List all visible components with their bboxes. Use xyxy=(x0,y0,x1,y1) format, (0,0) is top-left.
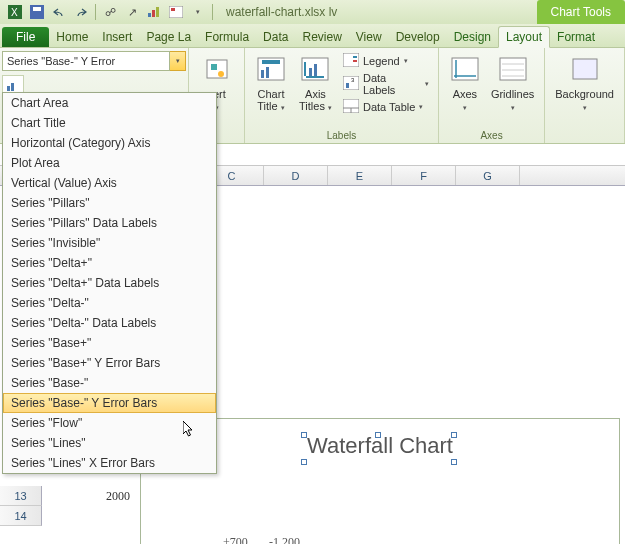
dropdown-item[interactable]: Series "Delta-" xyxy=(3,293,216,313)
dropdown-item[interactable]: Series "Base-" xyxy=(3,373,216,393)
data-labels-button[interactable]: 3Data Labels ▾ xyxy=(340,71,432,97)
window-title: waterfall-chart.xlsx lv xyxy=(226,5,337,19)
qat-cursor-icon[interactable]: ☍ xyxy=(101,3,119,21)
qat-more-icon[interactable]: ▾ xyxy=(189,3,207,21)
svg-rect-9 xyxy=(7,86,10,91)
quick-access-toolbar: X ☍ ↗ ▾ waterfall-chart.xlsx lv Chart To… xyxy=(0,0,625,24)
svg-point-13 xyxy=(218,71,224,77)
svg-rect-3 xyxy=(33,7,41,11)
row-header[interactable]: 13 xyxy=(0,486,42,506)
tab-format[interactable]: Format xyxy=(550,27,602,47)
dropdown-item[interactable]: Horizontal (Category) Axis xyxy=(3,133,216,153)
col-header[interactable]: F xyxy=(392,166,456,185)
dropdown-item[interactable]: Series "Pillars" Data Labels xyxy=(3,213,216,233)
tab-insert[interactable]: Insert xyxy=(95,27,139,47)
svg-rect-15 xyxy=(262,60,280,64)
chart-element-dropdown[interactable]: Chart AreaChart TitleHorizontal (Categor… xyxy=(2,92,217,474)
svg-rect-19 xyxy=(304,62,306,76)
qat-arrow-icon[interactable]: ↗ xyxy=(123,3,141,21)
svg-rect-12 xyxy=(211,64,217,70)
dropdown-item[interactable]: Series "Delta+" xyxy=(3,253,216,273)
tab-review[interactable]: Review xyxy=(295,27,348,47)
dropdown-item[interactable]: Chart Area xyxy=(3,93,216,113)
row-headers: 13 14 xyxy=(0,486,42,526)
svg-rect-6 xyxy=(156,7,159,17)
chart-title-button[interactable]: Chart Title ▾ xyxy=(251,52,291,116)
cell-value[interactable]: 2000 xyxy=(80,489,130,504)
dropdown-item[interactable]: Vertical (Value) Axis xyxy=(3,173,216,193)
tab-layout[interactable]: Layout xyxy=(498,26,550,48)
svg-rect-17 xyxy=(266,67,269,78)
svg-rect-27 xyxy=(346,83,349,88)
tab-page-layout[interactable]: Page La xyxy=(139,27,198,47)
qat-chart-icon[interactable] xyxy=(145,3,163,21)
labels-group-label: Labels xyxy=(251,130,432,141)
dropdown-item[interactable]: Series "Delta-" Data Labels xyxy=(3,313,216,333)
svg-rect-20 xyxy=(306,76,324,78)
tab-file[interactable]: File xyxy=(2,27,49,47)
svg-rect-22 xyxy=(314,64,317,76)
svg-rect-16 xyxy=(261,70,264,78)
dropdown-item[interactable]: Series "Invisible" xyxy=(3,233,216,253)
row-header[interactable]: 14 xyxy=(0,506,42,526)
dropdown-item[interactable]: Series "Lines" X Error Bars xyxy=(3,453,216,473)
dropdown-item[interactable]: Series "Base-" Y Error Bars xyxy=(3,393,216,413)
svg-rect-10 xyxy=(11,83,14,91)
qat-sheet-icon[interactable] xyxy=(167,3,185,21)
dropdown-item[interactable]: Chart Title xyxy=(3,113,216,133)
data-table-button[interactable]: Data Table ▾ xyxy=(340,98,432,116)
undo-icon[interactable] xyxy=(50,3,68,21)
svg-text:X: X xyxy=(11,7,18,18)
tab-view[interactable]: View xyxy=(349,27,389,47)
legend-button[interactable]: Legend ▾ xyxy=(340,52,432,70)
dropdown-item[interactable]: Series "Base+" xyxy=(3,333,216,353)
dropdown-item[interactable]: Series "Delta+" Data Labels xyxy=(3,273,216,293)
redo-icon[interactable] xyxy=(72,3,90,21)
svg-rect-39 xyxy=(573,59,597,79)
col-header[interactable]: E xyxy=(328,166,392,185)
save-icon[interactable] xyxy=(28,3,46,21)
dropdown-item[interactable]: Series "Base+" Y Error Bars xyxy=(3,353,216,373)
svg-rect-25 xyxy=(353,60,357,62)
axes-group-label: Axes xyxy=(445,130,538,141)
chart-element-selector-dropdown-button[interactable]: ▾ xyxy=(170,51,186,71)
chart-element-selector[interactable]: Series "Base-" Y Error xyxy=(2,51,170,71)
dropdown-item[interactable]: Plot Area xyxy=(3,153,216,173)
tab-developer[interactable]: Develop xyxy=(389,27,447,47)
background-button[interactable]: Background▾ xyxy=(551,52,618,114)
svg-rect-24 xyxy=(353,56,357,58)
svg-rect-5 xyxy=(152,10,155,17)
svg-rect-8 xyxy=(171,8,175,11)
bar-label: +700 xyxy=(223,535,248,544)
svg-rect-21 xyxy=(309,68,312,76)
col-header[interactable]: D xyxy=(264,166,328,185)
tab-home[interactable]: Home xyxy=(49,27,95,47)
col-header[interactable]: G xyxy=(456,166,520,185)
gridlines-button[interactable]: Gridlines▾ xyxy=(487,52,538,114)
axes-button[interactable]: Axes▾ xyxy=(445,52,485,114)
tab-formulas[interactable]: Formula xyxy=(198,27,256,47)
bar-label: -1,200 xyxy=(269,535,300,544)
axes-group: Axes▾ Gridlines▾ Axes xyxy=(439,48,545,143)
tab-design[interactable]: Design xyxy=(447,27,498,47)
background-group: Background▾ xyxy=(545,48,625,143)
excel-icon: X xyxy=(6,3,24,21)
chart-tools-label: Chart Tools xyxy=(537,0,625,24)
svg-rect-4 xyxy=(148,13,151,17)
labels-group: Chart Title ▾ Axis Titles ▾ Legend ▾ 3Da… xyxy=(245,48,439,143)
dropdown-item[interactable]: Series "Pillars" xyxy=(3,193,216,213)
mouse-cursor xyxy=(183,421,195,439)
tab-data[interactable]: Data xyxy=(256,27,295,47)
formula-input[interactable] xyxy=(200,144,625,165)
ribbon-tabs: File Home Insert Page La Formula Data Re… xyxy=(0,24,625,48)
svg-rect-35 xyxy=(500,58,526,80)
axis-titles-button[interactable]: Axis Titles ▾ xyxy=(295,52,336,116)
svg-rect-7 xyxy=(169,6,183,18)
